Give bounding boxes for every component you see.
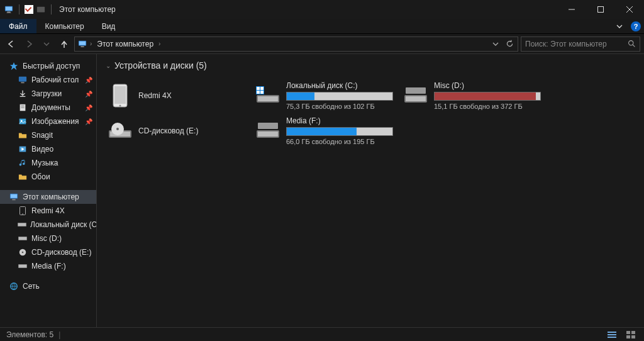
disk-icon <box>18 261 28 271</box>
divider-icon: | <box>58 330 60 339</box>
svg-point-42 <box>119 105 121 107</box>
sidebar-quick-label: Быстрый доступ <box>23 62 80 70</box>
sidebar-item-desktop[interactable]: Рабочий стол 📌 <box>0 73 96 87</box>
svg-rect-34 <box>19 237 26 240</box>
documents-icon <box>18 103 28 113</box>
sidebar-item-documents[interactable]: Документы 📌 <box>0 101 96 115</box>
sidebar-network[interactable]: Сеть <box>0 279 96 293</box>
section-title: Устройства и диски (5) <box>114 60 207 70</box>
forward-button[interactable] <box>21 36 36 52</box>
drive-item[interactable]: Redmi 4X <box>106 78 253 113</box>
addressbar-location[interactable]: Этот компьютер <box>94 40 156 48</box>
pictures-icon <box>18 116 28 126</box>
disk-icon <box>18 220 26 230</box>
chevron-down-icon: ⌄ <box>106 62 111 69</box>
searchbar[interactable] <box>521 36 640 52</box>
sidebar: Быстрый доступ Рабочий стол 📌 Загрузки 📌… <box>0 54 97 327</box>
svg-point-30 <box>22 213 23 215</box>
qat-properties-icon[interactable] <box>25 5 33 14</box>
sidebar-item-pictures[interactable]: Изображения 📌 <box>0 115 96 128</box>
sidebar-item-music[interactable]: Музыка <box>0 156 96 170</box>
divider-icon <box>19 4 19 14</box>
downloads-icon <box>18 89 28 99</box>
disk-icon <box>256 119 280 143</box>
back-button[interactable] <box>4 36 19 52</box>
drive-item[interactable]: Локальный диск (C:) 75,3 ГБ свободно из … <box>253 78 401 113</box>
drive-name: Media (F:) <box>286 116 393 125</box>
svg-rect-38 <box>19 265 26 267</box>
section-header[interactable]: ⌄ Устройства и диски (5) <box>106 60 635 70</box>
minimize-button[interactable] <box>557 0 586 19</box>
refresh-button[interactable] <box>504 38 515 50</box>
sidebar-item-disk-f[interactable]: Media (F:) <box>0 259 96 273</box>
up-button[interactable] <box>57 36 72 52</box>
svg-rect-60 <box>258 123 278 129</box>
search-input[interactable] <box>525 40 628 48</box>
drive-capacity-bar <box>434 92 541 101</box>
sidebar-item-redmi[interactable]: Redmi 4X <box>0 204 96 218</box>
svg-rect-53 <box>406 87 426 94</box>
svg-rect-1 <box>6 7 13 11</box>
drive-capacity-bar <box>286 127 393 136</box>
svg-rect-64 <box>626 331 630 334</box>
sidebar-item-cd[interactable]: CD-дисковод (E:) <box>0 245 96 259</box>
pc-icon[interactable] <box>4 4 14 14</box>
svg-rect-17 <box>21 82 24 84</box>
desktop-icon <box>18 75 28 85</box>
drive-item[interactable]: CD-дисковод (E:) <box>106 113 253 148</box>
drive-item[interactable]: Media (F:) 66,0 ГБ свободно из 195 ГБ <box>253 113 401 148</box>
addressbar-dropdown-button[interactable] <box>490 38 501 50</box>
view-large-button[interactable] <box>624 329 638 340</box>
sidebar-quick-access[interactable]: Быстрый доступ <box>0 59 96 73</box>
svg-point-13 <box>629 41 633 45</box>
svg-rect-59 <box>258 131 278 137</box>
chevron-right-icon[interactable]: › <box>90 40 92 47</box>
drive-name: Redmi 4X <box>138 91 245 100</box>
cd-icon <box>18 247 28 257</box>
sidebar-item-snagit[interactable]: Snagit <box>0 128 96 142</box>
cd-icon <box>108 119 132 143</box>
video-icon <box>18 144 28 154</box>
svg-point-57 <box>116 128 119 130</box>
close-button[interactable] <box>615 0 644 19</box>
status-count: Элементов: 5 <box>6 330 53 339</box>
menu-file[interactable]: Файл <box>0 19 36 33</box>
recent-button[interactable] <box>39 36 54 52</box>
svg-rect-32 <box>18 223 26 226</box>
menu-view[interactable]: Вид <box>93 19 125 33</box>
chevron-right-icon[interactable]: › <box>158 40 160 47</box>
svg-rect-49 <box>257 91 260 94</box>
qat-folder-icon[interactable] <box>36 4 46 14</box>
sidebar-item-disk-d[interactable]: Misc (D:) <box>0 232 96 245</box>
addressbar-pc-icon <box>77 39 87 49</box>
menu-computer[interactable]: Компьютер <box>36 19 93 33</box>
svg-marker-15 <box>10 62 18 70</box>
svg-rect-47 <box>257 87 260 90</box>
svg-rect-28 <box>12 199 15 201</box>
pin-icon: 📌 <box>85 91 92 98</box>
maximize-button[interactable] <box>586 0 615 19</box>
svg-rect-27 <box>11 194 18 198</box>
svg-rect-65 <box>631 331 635 334</box>
drive-free-text: 75,3 ГБ свободно из 102 ГБ <box>286 103 393 110</box>
drive-capacity-bar <box>286 92 393 101</box>
addressbar[interactable]: › Этот компьютер › <box>74 36 518 52</box>
view-details-button[interactable] <box>605 329 619 340</box>
sidebar-thispc[interactable]: Этот компьютер <box>0 190 96 204</box>
svg-rect-16 <box>19 77 26 82</box>
sidebar-item-downloads[interactable]: Загрузки 📌 <box>0 87 96 101</box>
svg-rect-3 <box>7 13 11 13</box>
drive-item[interactable]: Misc (D:) 15,1 ГБ свободно из 372 ГБ <box>401 78 549 113</box>
help-button[interactable]: ? <box>628 19 644 33</box>
window-title: Этот компьютер <box>54 5 116 14</box>
folder-icon <box>18 130 28 140</box>
ribbon-expand-button[interactable] <box>611 19 628 33</box>
music-icon <box>18 158 28 168</box>
svg-rect-52 <box>406 96 426 101</box>
main-panel: ⌄ Устройства и диски (5) Redmi 4X Локаль… <box>97 54 644 327</box>
phone-icon <box>108 84 132 108</box>
search-icon[interactable] <box>628 40 636 48</box>
sidebar-item-disk-c[interactable]: Локальный диск (C:) <box>0 218 96 232</box>
sidebar-item-wallpapers[interactable]: Обои <box>0 170 96 184</box>
sidebar-item-video[interactable]: Видео <box>0 142 96 156</box>
